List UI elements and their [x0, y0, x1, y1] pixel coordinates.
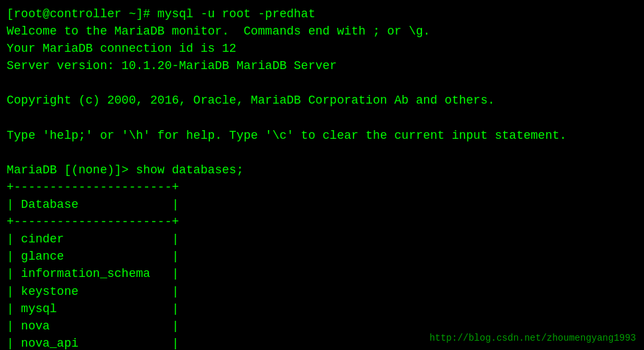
terminal-line: | cinder |: [7, 230, 637, 248]
terminal-line: +----------------------+: [7, 213, 637, 230]
terminal-line: [7, 144, 637, 161]
terminal-line: Type 'help;' or '\h' for help. Type '\c'…: [7, 127, 637, 144]
terminal-line: Copyright (c) 2000, 2016, Oracle, MariaD…: [7, 92, 637, 109]
terminal-line: | keystone |: [7, 283, 637, 300]
terminal-line: [7, 74, 637, 92]
terminal-line: | mysql |: [7, 300, 637, 317]
terminal-line: +----------------------+: [7, 179, 637, 196]
terminal-line: MariaDB [(none)]> show databases;: [7, 161, 637, 179]
terminal-line: [7, 110, 637, 127]
terminal-line: | Database |: [7, 196, 637, 213]
watermark: http://blog.csdn.net/zhoumengyang1993: [429, 333, 636, 343]
terminal-line: Your MariaDB connection id is 12: [7, 40, 637, 57]
terminal-line: Server version: 10.1.20-MariaDB MariaDB …: [7, 57, 637, 74]
terminal-line: | glance |: [7, 248, 637, 265]
terminal-output: [root@controller ~]# mysql -u root -pred…: [7, 5, 637, 350]
terminal-line: | nova |: [7, 317, 637, 335]
terminal-line: | information_schema |: [7, 265, 637, 282]
terminal-line: [root@controller ~]# mysql -u root -pred…: [7, 5, 637, 23]
terminal-line: Welcome to the MariaDB monitor. Commands…: [7, 23, 637, 40]
